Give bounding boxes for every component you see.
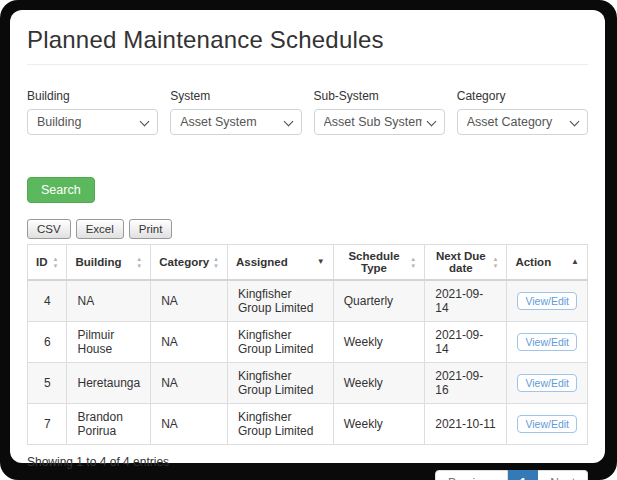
- cell-id: 5: [28, 363, 67, 404]
- view-edit-button[interactable]: View/Edit: [517, 292, 577, 310]
- column-header-action[interactable]: Action: [507, 245, 588, 281]
- filter-category-label: Category: [457, 89, 588, 103]
- cell-schedule-type: Weekly: [333, 363, 424, 404]
- cell-building: Pilmuir House: [67, 322, 151, 363]
- table-row: 7 Brandon Porirua NA Kingfisher Group Li…: [28, 404, 588, 445]
- filter-subsystem: Sub-System Asset Sub System: [314, 89, 445, 135]
- filter-building: Building Building: [27, 89, 158, 135]
- view-edit-button[interactable]: View/Edit: [517, 374, 577, 392]
- building-select[interactable]: Building: [27, 109, 158, 135]
- table-row: 6 Pilmuir House NA Kingfisher Group Limi…: [28, 322, 588, 363]
- cell-schedule-type: Weekly: [333, 322, 424, 363]
- cell-category: NA: [151, 363, 228, 404]
- schedules-table: ID Building Category Assigned Schedule T…: [27, 244, 588, 445]
- app-window: Planned Maintenance Schedules Building B…: [0, 0, 617, 480]
- view-edit-button[interactable]: View/Edit: [517, 333, 577, 351]
- subsystem-select[interactable]: Asset Sub System: [314, 109, 445, 135]
- title-divider: [27, 64, 588, 65]
- sort-icon: [136, 256, 142, 269]
- cell-category: NA: [151, 322, 228, 363]
- content-card: Planned Maintenance Schedules Building B…: [10, 10, 605, 463]
- cell-building: Heretaunga: [67, 363, 151, 404]
- table-row: 4 NA NA Kingfisher Group Limited Quarter…: [28, 280, 588, 322]
- category-select[interactable]: Asset Category: [457, 109, 588, 135]
- cell-next-due-date: 2021-09-16: [425, 363, 507, 404]
- csv-button[interactable]: CSV: [27, 219, 71, 239]
- cell-assigned: Kingfisher Group Limited: [228, 404, 334, 445]
- filter-system: System Asset System: [170, 89, 301, 135]
- filter-building-label: Building: [27, 89, 158, 103]
- column-header-building[interactable]: Building: [67, 245, 151, 281]
- cell-next-due-date: 2021-09-14: [425, 280, 507, 322]
- filter-subsystem-label: Sub-System: [314, 89, 445, 103]
- previous-page-button[interactable]: Previous: [435, 470, 508, 480]
- system-select[interactable]: Asset System: [170, 109, 301, 135]
- column-header-next-due-date[interactable]: Next Due date: [425, 245, 507, 281]
- print-button[interactable]: Print: [129, 219, 173, 239]
- next-page-button[interactable]: Next: [538, 470, 588, 480]
- cell-building: Brandon Porirua: [67, 404, 151, 445]
- search-button[interactable]: Search: [27, 177, 95, 203]
- cell-next-due-date: 2021-09-14: [425, 322, 507, 363]
- cell-id: 6: [28, 322, 67, 363]
- cell-next-due-date: 2021-10-11: [425, 404, 507, 445]
- page-title: Planned Maintenance Schedules: [27, 26, 588, 54]
- sort-icon: [53, 256, 59, 269]
- export-toolbar: CSV Excel Print: [27, 219, 588, 239]
- cell-schedule-type: Weekly: [333, 404, 424, 445]
- column-header-assigned[interactable]: Assigned: [228, 245, 334, 281]
- cell-assigned: Kingfisher Group Limited: [228, 280, 334, 322]
- pagination: Previous 1 Next: [435, 470, 588, 480]
- cell-category: NA: [151, 280, 228, 322]
- table-header-row: ID Building Category Assigned Schedule T…: [28, 245, 588, 281]
- filter-system-label: System: [170, 89, 301, 103]
- cell-assigned: Kingfisher Group Limited: [228, 322, 334, 363]
- cell-id: 7: [28, 404, 67, 445]
- table-row: 5 Heretaunga NA Kingfisher Group Limited…: [28, 363, 588, 404]
- filter-bar: Building Building System Asset System: [27, 89, 588, 135]
- sort-icon: [213, 256, 219, 269]
- cell-schedule-type: Quarterly: [333, 280, 424, 322]
- sort-desc-icon: [317, 258, 325, 266]
- view-edit-button[interactable]: View/Edit: [517, 415, 577, 433]
- column-header-id[interactable]: ID: [28, 245, 67, 281]
- sort-icon: [410, 256, 416, 269]
- cell-building: NA: [67, 280, 151, 322]
- column-header-schedule-type[interactable]: Schedule Type: [333, 245, 424, 281]
- cell-assigned: Kingfisher Group Limited: [228, 363, 334, 404]
- table-info: Showing 1 to 4 of 4 entries: [27, 455, 588, 469]
- column-header-category[interactable]: Category: [151, 245, 228, 281]
- filter-category: Category Asset Category: [457, 89, 588, 135]
- page-1-button[interactable]: 1: [508, 470, 539, 480]
- cell-category: NA: [151, 404, 228, 445]
- sort-asc-icon: [571, 258, 579, 266]
- excel-button[interactable]: Excel: [76, 219, 124, 239]
- sort-icon: [492, 256, 498, 269]
- cell-id: 4: [28, 280, 67, 322]
